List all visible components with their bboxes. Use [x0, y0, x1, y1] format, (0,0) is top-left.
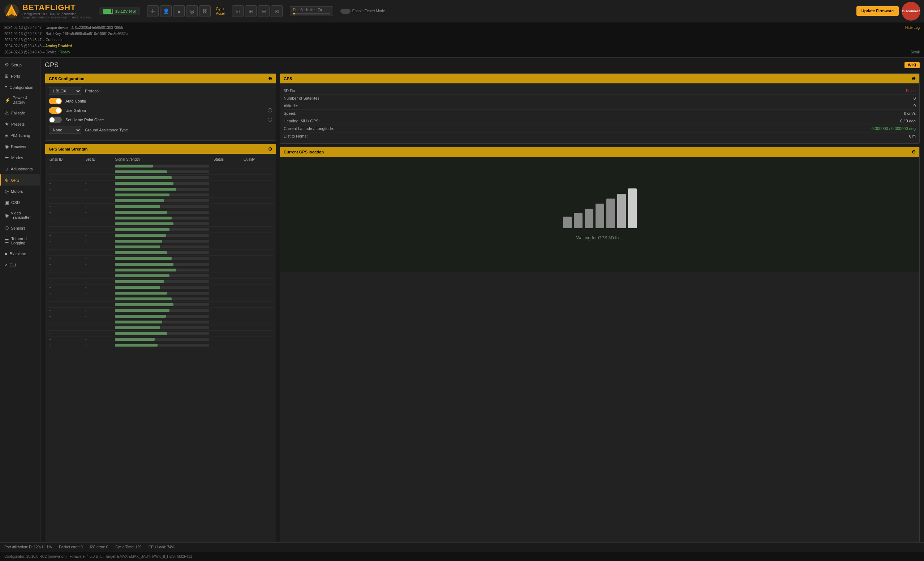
table-row: - - [47, 221, 273, 227]
page-title: GPS [45, 61, 58, 69]
signal-bar-fill [115, 344, 157, 347]
quality-cell [242, 221, 273, 227]
gps-config-expand-icon[interactable]: ⊖ [268, 76, 272, 81]
sidebar-label-adjustments: Adjustments [11, 167, 33, 171]
scroll-button[interactable]: Scroll [910, 49, 920, 55]
gps-signal-panel-header: GPS Signal Strength ⊖ [45, 144, 276, 154]
sidebar-item-sensors[interactable]: ⬡ Sensors [0, 222, 40, 233]
sidebar-item-tethered-logging[interactable]: ☰ Tethered Logging [0, 233, 40, 248]
signal-bar-container [115, 263, 209, 266]
quality-cell [242, 181, 273, 186]
btn4[interactable]: ⊠ [271, 5, 283, 17]
update-firmware-button[interactable]: Update Firmware [856, 6, 899, 15]
protocol-select[interactable]: UBLOX NMEA UBLOX7 [49, 87, 81, 95]
gnss-id-cell: - [47, 308, 83, 313]
gps-bar-7 [628, 188, 637, 228]
status-cell [212, 163, 242, 169]
btn3[interactable]: ⊟ [258, 5, 270, 17]
crosshair-icon-btn[interactable]: ✛ [147, 5, 159, 17]
sidebar-item-modes[interactable]: ☰ Modes [0, 152, 40, 163]
table-row: - - [47, 181, 273, 186]
sidebar-item-motors[interactable]: ◎ Motors [0, 186, 40, 197]
use-galileo-toggle[interactable] [49, 107, 62, 114]
sidebar-item-receiver[interactable]: ◉ Receiver [0, 141, 40, 152]
status-cell [212, 319, 242, 325]
signal-bar-fill [115, 286, 160, 289]
gps-map: Waiting for GPS 3D fix... [280, 157, 919, 272]
btn2[interactable]: ⊞ [245, 5, 256, 17]
heading-label: Heading IMU / GPS: [284, 119, 320, 123]
triangle-icon-btn[interactable]: ▲ [173, 5, 184, 17]
hide-log-button[interactable]: Hide Log [905, 25, 920, 31]
status-cell [212, 273, 242, 279]
gps-info-panel-header: GPS ⊖ [280, 74, 919, 84]
sidebar-item-power-battery[interactable]: ⚡ Power & Battery [0, 93, 40, 107]
use-galileo-label: Use Galileo [65, 108, 264, 113]
sidebar-item-video-transmitter[interactable]: ◉ Video Transmitter [0, 208, 40, 222]
signal-bar-container [115, 188, 209, 191]
status-cell [212, 227, 242, 232]
table-row: - - [47, 308, 273, 313]
gps-config-panel: GPS Configuration ⊖ UBLOX NMEA UBLOX7 Pr… [45, 73, 276, 141]
sidebar-item-adjustments[interactable]: ⊿ Adjustments [0, 163, 40, 174]
person-icon-btn[interactable]: 👤 [160, 5, 172, 17]
sidebar-item-gps[interactable]: ⊕ GPS [0, 174, 40, 186]
arming-disabled-text: Arming Disabled [45, 44, 72, 48]
sidebar-item-blackbox[interactable]: ■ Blackbox [0, 248, 40, 259]
sidebar-label-tethered: Tethered Logging [11, 236, 36, 245]
sidebar-label-pid: PID Tuning [10, 133, 30, 138]
motors-icon: ◎ [5, 188, 9, 194]
gps-signal-expand-icon[interactable]: ⊖ [268, 146, 272, 152]
gps-location-expand-icon[interactable]: ⊖ [912, 149, 916, 154]
btn1[interactable]: ⊡ [232, 5, 243, 17]
sidebar-item-cli[interactable]: > CLI [0, 259, 40, 271]
logo-text-area: BETAFLIGHT Configurator 10.10.0-RC2 (nor… [22, 3, 92, 19]
set-id-cell: - [83, 279, 113, 284]
signal-strength-cell [113, 163, 211, 169]
signal-bar-fill [115, 211, 166, 214]
set-id-cell: - [83, 273, 113, 279]
expert-mode-toggle[interactable] [340, 9, 351, 14]
signal-strength-cell [113, 261, 211, 267]
sidebar-item-osd[interactable]: ▣ OSD [0, 197, 40, 208]
log-area: Hide Log 2024-02-13 @20:43:47 – Unique d… [0, 22, 924, 58]
link-icon-btn[interactable]: ⛓ [199, 5, 211, 17]
content-area: GPS WIKI GPS Configuration ⊖ U [40, 58, 924, 557]
packet-error-text: Packet error: 0 [59, 545, 83, 549]
signal-bar-container [115, 193, 209, 196]
ground-assist-select[interactable]: None SBAS EGNOS [49, 126, 81, 134]
status-cell [212, 250, 242, 256]
table-row: - - [47, 313, 273, 319]
set-id-cell: - [83, 267, 113, 273]
signal-bar-fill [115, 240, 162, 242]
sidebar-label-configuration: Configuration [10, 85, 33, 90]
gnss-id-cell: - [47, 342, 83, 348]
app-version: Configurator 10.10.0-RC2 (norevision) [22, 12, 92, 16]
tethered-icon: ☰ [5, 238, 9, 244]
sidebar-item-presets[interactable]: ★ Presets [0, 118, 40, 130]
table-row: - - [47, 232, 273, 238]
set-home-toggle[interactable] [49, 117, 62, 123]
auto-config-toggle[interactable] [49, 98, 62, 104]
sidebar-item-configuration[interactable]: ≡ Configuration [0, 82, 40, 93]
disconnect-button[interactable]: Disconnect [902, 2, 920, 21]
sidebar-item-pid-tuning[interactable]: ◈ PID Tuning [0, 130, 40, 141]
signal-strength-cell [113, 192, 211, 198]
signal-strength-cell [113, 331, 211, 337]
cpu-load-text: CPU Load: 74% [148, 545, 174, 549]
sidebar-item-failsafe[interactable]: ⚠ Failsafe [0, 107, 40, 118]
sidebar-item-setup[interactable]: ⚙ Setup [0, 59, 40, 70]
gps-info-title: GPS [284, 76, 292, 81]
gps-signal-body: Gnss ID Set ID Signal Strength Status Qu… [45, 154, 276, 350]
set-home-label: Set Home Point Once [65, 118, 264, 122]
sidebar-item-ports[interactable]: ⊞ Ports [0, 70, 40, 82]
quality-cell [242, 232, 273, 238]
gps-info-expand-icon[interactable]: ⊖ [912, 76, 916, 81]
signal-bar-container [115, 245, 209, 248]
signal-icon-btn[interactable]: ◎ [186, 5, 198, 17]
cli-icon: > [5, 262, 8, 268]
gyro-accel-area: Gyro Accel [216, 7, 224, 15]
gnss-id-cell: - [47, 163, 83, 169]
wiki-button[interactable]: WIKI [904, 62, 920, 68]
signal-strength-cell [113, 313, 211, 319]
